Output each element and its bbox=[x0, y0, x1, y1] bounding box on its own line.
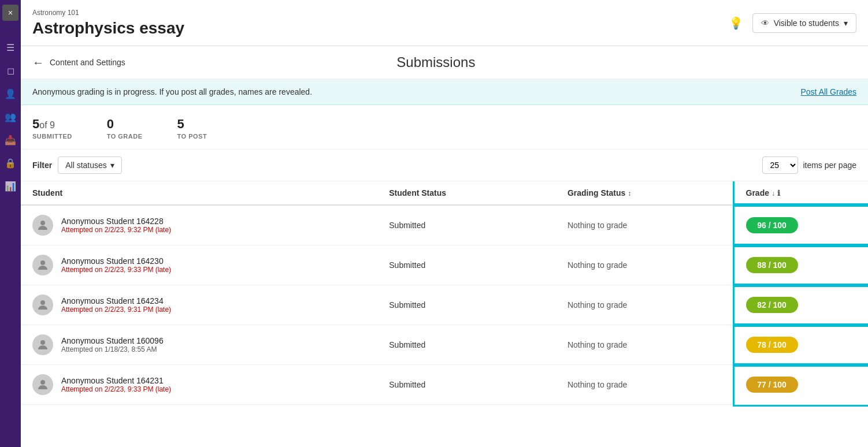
sidebar-item-users[interactable]: 👥 bbox=[2, 109, 18, 125]
student-status-cell-3: Submitted bbox=[377, 325, 556, 365]
items-per-page-label: items per page bbox=[803, 161, 856, 170]
grade-badge-3: 78 / 100 bbox=[746, 337, 798, 353]
student-cell-2: Anonymous Student 164234 Attempted on 2/… bbox=[21, 285, 377, 325]
table-body: Anonymous Student 164228 Attempted on 2/… bbox=[21, 205, 868, 405]
student-name-0: Anonymous Student 164228 bbox=[61, 217, 171, 226]
grade-cell-3[interactable]: 78 / 100 bbox=[735, 325, 868, 365]
grade-badge-1: 88 / 100 bbox=[746, 257, 798, 273]
main-content: Astronomy 101 Astrophysics essay 💡 👁 Vis… bbox=[21, 0, 868, 447]
grading-status-cell-1: Nothing to grade bbox=[556, 245, 735, 285]
table-header-row: Student Student Status Grading Status ↕ … bbox=[21, 181, 868, 205]
student-name-1: Anonymous Student 164230 bbox=[61, 256, 171, 266]
stats-row: 5of 9 SUBMITTED 0 TO GRADE 5 TO POST bbox=[21, 105, 868, 150]
to-post-stat: 5 TO POST bbox=[177, 117, 242, 140]
sidebar: × ☰ ◻ 👤 👥 📥 🔒 📊 bbox=[0, 0, 21, 447]
grade-badge-2: 82 / 100 bbox=[746, 297, 798, 313]
to-grade-number: 0 bbox=[107, 117, 143, 132]
status-filter-value: All statuses bbox=[65, 161, 107, 170]
student-status-cell-0: Submitted bbox=[377, 205, 556, 245]
header: Astronomy 101 Astrophysics essay 💡 👁 Vis… bbox=[21, 0, 868, 46]
breadcrumb-content-settings[interactable]: Content and Settings bbox=[50, 58, 125, 67]
svg-point-0 bbox=[40, 221, 45, 225]
student-avatar-1 bbox=[32, 255, 53, 275]
student-attempt-2: Attempted on 2/2/23, 9:31 PM (late) bbox=[61, 306, 171, 314]
status-filter[interactable]: All statuses ▾ bbox=[58, 157, 122, 174]
submissions-table: Student Student Status Grading Status ↕ … bbox=[21, 181, 868, 405]
sidebar-item-inbox[interactable]: 📥 bbox=[2, 132, 18, 148]
student-avatar-0 bbox=[32, 215, 53, 236]
lightbulb-icon[interactable]: 💡 bbox=[729, 16, 743, 30]
submitted-number: 5of 9 bbox=[32, 117, 72, 132]
grade-sort-icon: ↓ bbox=[771, 189, 775, 198]
student-attempt-1: Attempted on 2/2/23, 9:33 PM (late) bbox=[61, 266, 171, 274]
grading-status-cell-4: Nothing to grade bbox=[556, 365, 735, 405]
table-row[interactable]: Anonymous Student 164228 Attempted on 2/… bbox=[21, 205, 868, 245]
grade-badge-4: 77 / 100 bbox=[746, 377, 798, 393]
svg-point-2 bbox=[40, 300, 45, 305]
header-left: Astronomy 101 Astrophysics essay bbox=[32, 9, 184, 38]
alert-banner: Anonymous grading is in progress. If you… bbox=[21, 79, 868, 105]
student-attempt-3: Attempted on 1/18/23, 8:55 AM bbox=[61, 345, 164, 353]
table-row[interactable]: Anonymous Student 164231 Attempted on 2/… bbox=[21, 365, 868, 405]
student-name-4: Anonymous Student 164231 bbox=[61, 376, 171, 385]
th-student-status: Student Status bbox=[377, 181, 556, 205]
page-title: Submissions bbox=[131, 54, 741, 70]
sidebar-item-user[interactable]: 👤 bbox=[2, 85, 18, 102]
svg-point-4 bbox=[40, 380, 45, 385]
grade-cell-2[interactable]: 82 / 100 bbox=[735, 285, 868, 325]
table-row[interactable]: Anonymous Student 164230 Attempted on 2/… bbox=[21, 245, 868, 285]
breadcrumb-nav: ← Content and Settings Submissions bbox=[21, 46, 868, 79]
eye-icon: 👁 bbox=[761, 18, 769, 28]
grading-status-cell-0: Nothing to grade bbox=[556, 205, 735, 245]
visibility-label: Visible to students bbox=[774, 18, 839, 28]
assignment-title: Astrophysics essay bbox=[32, 19, 184, 38]
student-status-cell-1: Submitted bbox=[377, 245, 556, 285]
student-name-2: Anonymous Student 164234 bbox=[61, 296, 171, 306]
header-right: 💡 👁 Visible to students ▾ bbox=[729, 13, 856, 33]
sidebar-item-analytics[interactable]: 📊 bbox=[2, 178, 18, 194]
grade-cell-1[interactable]: 88 / 100 bbox=[735, 245, 868, 285]
grade-info-icon: ℹ bbox=[777, 189, 780, 198]
submissions-table-container: Student Student Status Grading Status ↕ … bbox=[21, 181, 868, 447]
sidebar-item-lock[interactable]: 🔒 bbox=[2, 155, 18, 171]
table-row[interactable]: Anonymous Student 160096 Attempted on 1/… bbox=[21, 325, 868, 365]
to-post-label: TO POST bbox=[177, 133, 207, 140]
student-name-3: Anonymous Student 160096 bbox=[61, 336, 164, 345]
svg-point-1 bbox=[40, 260, 45, 265]
student-status-cell-4: Submitted bbox=[377, 365, 556, 405]
to-grade-stat: 0 TO GRADE bbox=[107, 117, 177, 140]
submitted-label: SUBMITTED bbox=[32, 133, 72, 140]
to-post-number: 5 bbox=[177, 117, 207, 132]
svg-point-3 bbox=[40, 340, 45, 345]
student-cell-3: Anonymous Student 160096 Attempted on 1/… bbox=[21, 325, 377, 365]
filter-right: 25 50 100 items per page bbox=[762, 157, 856, 174]
per-page-select[interactable]: 25 50 100 bbox=[762, 157, 798, 174]
table-row[interactable]: Anonymous Student 164234 Attempted on 2/… bbox=[21, 285, 868, 325]
close-button[interactable]: × bbox=[2, 5, 18, 21]
student-avatar-3 bbox=[32, 334, 53, 355]
submitted-stat: 5of 9 SUBMITTED bbox=[32, 117, 107, 140]
filter-label: Filter bbox=[32, 161, 52, 170]
grading-status-cell-2: Nothing to grade bbox=[556, 285, 735, 325]
grading-status-cell-3: Nothing to grade bbox=[556, 325, 735, 365]
th-grading-status[interactable]: Grading Status ↕ bbox=[556, 181, 735, 205]
to-grade-label: TO GRADE bbox=[107, 133, 143, 140]
course-name: Astronomy 101 bbox=[32, 9, 184, 17]
grade-cell-4[interactable]: 77 / 100 bbox=[735, 365, 868, 405]
student-cell-0: Anonymous Student 164228 Attempted on 2/… bbox=[21, 205, 377, 245]
student-cell-4: Anonymous Student 164231 Attempted on 2/… bbox=[21, 365, 377, 405]
grade-cell-0[interactable]: 96 / 100 bbox=[735, 205, 868, 245]
th-grade[interactable]: Grade ↓ ℹ bbox=[735, 181, 868, 205]
sidebar-item-menu[interactable]: ☰ bbox=[2, 39, 18, 55]
post-all-grades-link[interactable]: Post All Grades bbox=[801, 87, 857, 96]
back-button[interactable]: ← bbox=[32, 56, 44, 69]
sidebar-item-calendar[interactable]: ◻ bbox=[2, 62, 18, 79]
grade-badge-0: 96 / 100 bbox=[746, 217, 798, 233]
filter-row: Filter All statuses ▾ 25 50 100 items pe… bbox=[21, 150, 868, 181]
visibility-button[interactable]: 👁 Visible to students ▾ bbox=[752, 13, 856, 33]
alert-message: Anonymous grading is in progress. If you… bbox=[32, 87, 312, 96]
sidebar-nav: ☰ ◻ 👤 👥 📥 🔒 📊 bbox=[2, 39, 18, 199]
grading-status-sort-icon: ↕ bbox=[628, 189, 631, 198]
filter-left: Filter All statuses ▾ bbox=[32, 157, 122, 174]
student-avatar-4 bbox=[32, 374, 53, 395]
